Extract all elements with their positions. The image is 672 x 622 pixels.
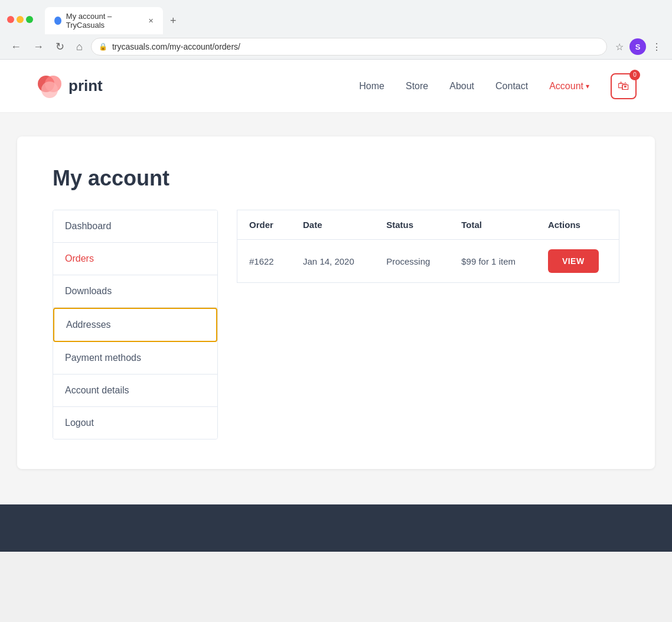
tab-close-button[interactable]: ✕ — [148, 17, 154, 25]
order-total: $99 for 1 item — [449, 240, 536, 283]
account-layout: Dashboard Orders Downloads Addresses Pay… — [53, 210, 619, 439]
window-controls — [7, 16, 33, 23]
cart-button[interactable]: 🛍 0 — [611, 73, 637, 99]
toolbar-actions: ☆ S ⋮ — [612, 38, 665, 55]
page-background: My account Dashboard Orders Downloads Ad… — [0, 113, 672, 504]
nav-account-label: Account — [549, 81, 583, 92]
nav-about[interactable]: About — [449, 81, 474, 92]
col-header-actions: Actions — [536, 210, 619, 240]
sidebar-item-logout[interactable]: Logout — [53, 407, 217, 439]
account-sidebar: Dashboard Orders Downloads Addresses Pay… — [53, 210, 218, 439]
col-header-order: Order — [237, 210, 292, 240]
browser-toolbar: ← → ↻ ⌂ 🔒 trycasuals.com/my-account/orde… — [0, 34, 672, 59]
security-lock-icon: 🔒 — [99, 43, 107, 51]
active-tab[interactable]: My account – TryCasuals ✕ — [45, 7, 163, 34]
tab-favicon — [54, 17, 61, 25]
logo-icon — [35, 72, 64, 100]
sidebar-item-account-details[interactable]: Account details — [53, 374, 217, 407]
site-header: print Home Store About Contact Account ▾… — [0, 60, 672, 113]
site-nav: Home Store About Contact Account ▾ 🛍 0 — [359, 73, 637, 99]
maximize-window-button[interactable] — [26, 16, 33, 23]
sidebar-item-downloads[interactable]: Downloads — [53, 275, 217, 308]
col-header-status: Status — [374, 210, 449, 240]
minimize-window-button[interactable] — [17, 16, 24, 23]
sidebar-item-payment-methods[interactable]: Payment methods — [53, 342, 217, 374]
new-tab-button[interactable]: + — [165, 12, 181, 30]
chevron-down-icon: ▾ — [586, 82, 589, 90]
order-date: Jan 14, 2020 — [291, 240, 374, 283]
nav-account[interactable]: Account ▾ — [549, 81, 589, 92]
reload-button[interactable]: ↻ — [52, 38, 68, 56]
home-button[interactable]: ⌂ — [73, 38, 86, 56]
orders-table-wrapper: Order Date Status Total Actions #1622 Ja… — [237, 210, 619, 439]
sidebar-item-orders[interactable]: Orders — [53, 243, 217, 275]
page-container: My account Dashboard Orders Downloads Ad… — [17, 136, 655, 469]
col-header-total: Total — [449, 210, 536, 240]
forward-button[interactable]: → — [30, 38, 47, 56]
browser-chrome: My account – TryCasuals ✕ + ← → ↻ ⌂ 🔒 tr… — [0, 0, 672, 60]
address-bar[interactable]: 🔒 trycasuals.com/my-account/orders/ — [91, 38, 607, 56]
user-avatar[interactable]: S — [629, 38, 646, 55]
page-title: My account — [53, 166, 619, 191]
view-order-button[interactable]: VIEW — [548, 249, 599, 273]
nav-contact[interactable]: Contact — [495, 81, 528, 92]
menu-button[interactable]: ⋮ — [648, 39, 665, 55]
table-header-row: Order Date Status Total Actions — [237, 210, 619, 240]
browser-titlebar: My account – TryCasuals ✕ + — [0, 0, 672, 34]
nav-store[interactable]: Store — [406, 81, 428, 92]
url-text: trycasuals.com/my-account/orders/ — [112, 42, 599, 51]
cart-icon: 🛍 — [618, 79, 629, 93]
order-number: #1622 — [237, 240, 292, 283]
back-button[interactable]: ← — [7, 38, 25, 56]
sidebar-item-dashboard[interactable]: Dashboard — [53, 210, 217, 243]
bookmark-button[interactable]: ☆ — [612, 39, 627, 55]
logo-text: print — [68, 77, 103, 95]
nav-home[interactable]: Home — [359, 81, 384, 92]
order-actions: VIEW — [536, 240, 619, 283]
site-footer — [0, 504, 672, 552]
site-logo[interactable]: print — [35, 72, 103, 100]
table-row: #1622 Jan 14, 2020 Processing $99 for 1 … — [237, 240, 619, 283]
tab-title: My account – TryCasuals — [66, 12, 139, 30]
svg-point-2 — [41, 82, 58, 98]
orders-table: Order Date Status Total Actions #1622 Ja… — [237, 210, 619, 283]
close-window-button[interactable] — [7, 16, 14, 23]
cart-badge: 0 — [629, 70, 640, 80]
sidebar-item-addresses[interactable]: Addresses — [53, 308, 217, 342]
col-header-date: Date — [291, 210, 374, 240]
order-status: Processing — [374, 240, 449, 283]
tab-bar: My account – TryCasuals ✕ + — [38, 7, 188, 34]
